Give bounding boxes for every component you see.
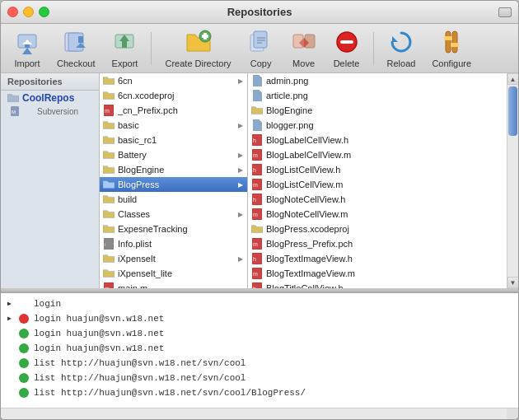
reload-label: Reload — [387, 58, 416, 68]
list-item[interactable]: hBlogLabelCellView.h — [248, 133, 507, 147]
expand-arrow-icon[interactable]: ▶ — [237, 211, 244, 217]
configure-label: Configure — [432, 58, 471, 68]
expand-arrow-icon[interactable]: ▶ — [237, 152, 244, 158]
folder-icon — [103, 208, 115, 220]
expand-arrow-icon[interactable]: ▶ — [237, 122, 244, 128]
move-icon — [291, 29, 317, 55]
import-icon — [14, 29, 40, 55]
file-name: BlogListCellView.h — [266, 165, 503, 175]
window-title: Repositories — [227, 6, 292, 18]
horizontal-scroll[interactable] — [1, 408, 507, 419]
bottom-scrollbar — [1, 408, 518, 419]
list-item[interactable]: build — [100, 192, 247, 207]
list-item[interactable]: mBlogTextImageView.m — [248, 266, 507, 281]
configure-button[interactable]: Configure — [425, 26, 478, 72]
delete-icon — [334, 29, 360, 55]
list-item[interactable]: BlogEngine — [248, 103, 507, 118]
header-icon: h — [251, 134, 263, 146]
file-name: BlogPress — [118, 180, 234, 189]
log-indicator-success — [19, 329, 29, 338]
right-scrollbar[interactable]: ▲ ▼ — [507, 73, 518, 288]
minimize-button[interactable] — [23, 7, 34, 17]
svg-rect-7 — [78, 36, 83, 43]
log-text: login huajun@svn.w18.net — [34, 312, 164, 325]
sidebar-subversion-row: M Subversion — [1, 105, 99, 117]
scroll-up-arrow[interactable]: ▲ — [507, 73, 519, 85]
sidebar-item-coolrepos[interactable]: CoolRepos — [1, 91, 99, 105]
restore-icon[interactable] — [498, 7, 512, 17]
log-row: login huajun@svn.w18.net — [7, 341, 512, 356]
log-triangle-icon: ▶ — [7, 297, 14, 310]
log-text: login huajun@svn.w18.net — [34, 342, 164, 355]
reload-button[interactable]: Reload — [381, 26, 423, 72]
list-item[interactable]: blogger.png — [248, 118, 507, 133]
list-item[interactable]: hBlogTitleCellView.h — [248, 281, 507, 288]
scroll-down-arrow[interactable]: ▼ — [507, 277, 519, 288]
log-text: login — [34, 297, 61, 310]
file-name: basic — [118, 120, 234, 130]
list-item[interactable]: basic_rc1 — [100, 133, 247, 147]
file-name: 6cn — [118, 76, 234, 86]
copy-button[interactable]: Copy — [241, 26, 281, 72]
list-item[interactable]: 6cn▶ — [100, 73, 247, 88]
list-item[interactable]: admin.png — [248, 73, 507, 88]
list-item[interactable]: hBlogTextImageView.h — [248, 251, 507, 266]
import-button[interactable]: Import — [7, 26, 47, 72]
scrollbar-track[interactable] — [507, 85, 518, 277]
file-name: iXpenseIt — [118, 254, 234, 264]
main-content: Repositories CoolRepos M Subversion — [1, 73, 518, 419]
source-icon: m — [251, 149, 263, 161]
list-item[interactable]: BlogEngine▶ — [100, 162, 247, 177]
create-dir-icon — [185, 29, 212, 55]
svg-rect-27 — [452, 31, 457, 53]
folder-icon — [103, 134, 115, 146]
export-label: Export — [112, 58, 138, 68]
list-item[interactable]: BlogPress.xcodeproj — [248, 222, 507, 236]
list-item[interactable]: hBlogListCellView.h — [248, 162, 507, 177]
list-item[interactable]: iXpenseIt▶ — [100, 251, 247, 266]
svg-rect-24 — [340, 40, 353, 44]
expand-arrow-icon[interactable]: ▶ — [237, 181, 244, 188]
list-item[interactable]: 6cn.xcodeproj — [100, 88, 247, 103]
list-item[interactable]: mBlogPress_Prefix.pch — [248, 236, 507, 251]
expand-arrow-icon[interactable]: ▶ — [237, 166, 244, 173]
list-item[interactable]: m_cn_Prefix.pch — [100, 103, 247, 118]
create-directory-label: Create Directory — [165, 58, 231, 68]
close-button[interactable] — [7, 7, 18, 17]
expand-arrow-icon[interactable]: ▶ — [237, 77, 244, 84]
file-name: BlogEngine — [118, 165, 234, 175]
checkout-icon — [63, 29, 89, 55]
log-indicator-success — [19, 388, 29, 398]
maximize-button[interactable] — [39, 7, 49, 17]
list-item[interactable]: mBlogLabelCellView.m — [248, 147, 507, 162]
list-item[interactable]: iInfo.plist — [100, 236, 247, 251]
list-item[interactable]: basic▶ — [100, 118, 247, 133]
list-item[interactable]: mBlogNoteCellView.m — [248, 207, 507, 222]
expand-arrow-icon[interactable]: ▶ — [237, 255, 244, 262]
log-row: ▶login huajun@svn.w18.net — [7, 311, 512, 326]
list-item[interactable]: BlogPress▶ — [100, 177, 247, 192]
middle-file-list[interactable]: 6cn▶6cn.xcodeprojm_cn_Prefix.pchbasic▶ba… — [100, 73, 247, 288]
move-button[interactable]: Move — [284, 26, 324, 72]
top-pane: Repositories CoolRepos M Subversion — [1, 73, 518, 288]
right-pane-container: admin.pngarticle.pngBlogEngineblogger.pn… — [248, 73, 518, 288]
list-item[interactable]: Battery▶ — [100, 147, 247, 162]
svg-text:h: h — [253, 256, 256, 262]
folder-icon — [103, 253, 115, 264]
create-directory-button[interactable]: Create Directory — [158, 26, 237, 72]
list-item[interactable]: iXpenseIt_lite — [100, 266, 247, 281]
list-item[interactable]: article.png — [248, 88, 507, 103]
right-file-list[interactable]: admin.pngarticle.pngBlogEngineblogger.pn… — [248, 73, 507, 288]
list-item[interactable]: Classes▶ — [100, 207, 247, 222]
sidebar: Repositories CoolRepos M Subversion — [1, 73, 100, 288]
delete-button[interactable]: Delete — [327, 26, 367, 72]
list-item[interactable]: hBlogNoteCellView.h — [248, 192, 507, 207]
file-name: iXpenseIt_lite — [118, 268, 244, 278]
file-name: Battery — [118, 150, 234, 160]
export-button[interactable]: Export — [105, 26, 144, 72]
list-item[interactable]: mmain.m — [100, 281, 247, 288]
list-item[interactable]: ExpesneTracking — [100, 222, 247, 236]
list-item[interactable]: mBlogListCellView.m — [248, 177, 507, 192]
checkout-button[interactable]: Checkout — [50, 26, 101, 72]
scrollbar-thumb[interactable] — [508, 86, 517, 136]
